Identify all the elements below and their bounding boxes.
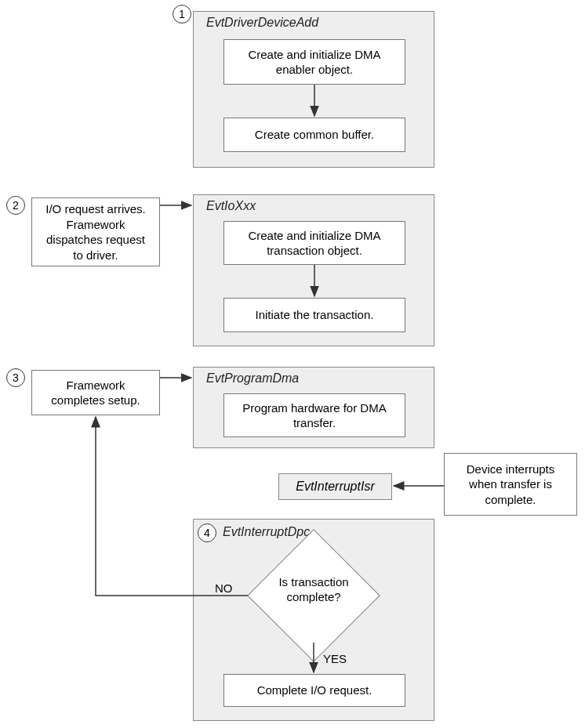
- box-create-dma-transaction: Create and initialize DMA transaction ob…: [223, 221, 405, 265]
- panel-3-title: EvtProgramDma: [206, 371, 299, 386]
- side-box-io-request: I/O request arrives. Framework dispatche…: [31, 197, 160, 266]
- step-number-4: 4: [198, 523, 216, 542]
- diagram-canvas: 1 EvtDriverDeviceAdd Create and initiali…: [0, 0, 585, 728]
- label-yes: YES: [323, 652, 347, 665]
- box-create-common-buffer: Create common buffer.: [223, 118, 405, 152]
- panel-1-title: EvtDriverDeviceAdd: [206, 16, 318, 30]
- step-2-label: 2: [13, 199, 19, 212]
- side-box-framework-setup: Framework completes setup.: [31, 370, 160, 415]
- box-program-hardware: Program hardware for DMA transfer.: [223, 393, 405, 437]
- decision-text: Is transaction complete?: [267, 575, 361, 605]
- box-complete-io: Complete I/O request.: [223, 674, 405, 707]
- panel-4-title: EvtInterruptDpc: [223, 525, 310, 539]
- isr-box: EvtInterruptIsr: [278, 473, 392, 500]
- step-number-2: 2: [6, 196, 25, 215]
- step-number-3: 3: [6, 368, 25, 387]
- box-initiate-transaction: Initiate the transaction.: [223, 298, 405, 332]
- panel-2-title: EvtIoXxx: [206, 199, 256, 213]
- side-box-device-interrupts: Device interrupts when transfer is compl…: [444, 453, 577, 516]
- box-create-dma-enabler: Create and initialize DMA enabler object…: [223, 39, 405, 85]
- step-1-label: 1: [179, 8, 185, 20]
- step-3-label: 3: [13, 371, 19, 384]
- step-4-label: 4: [204, 527, 210, 539]
- label-no: NO: [215, 581, 233, 595]
- step-number-1: 1: [173, 5, 191, 24]
